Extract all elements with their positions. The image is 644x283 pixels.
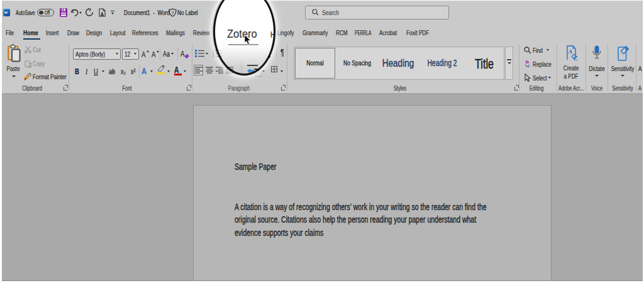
svg-text:c: c: [528, 64, 530, 68]
svg-text:3: 3: [213, 55, 214, 57]
svg-text:?: ?: [171, 10, 174, 16]
svg-text:A: A: [568, 48, 572, 55]
